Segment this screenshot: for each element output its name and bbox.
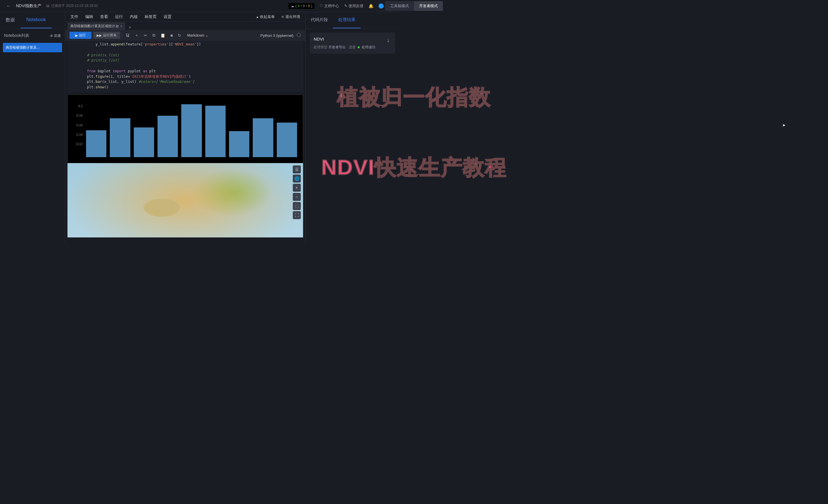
result-type-value: 开发者导出 bbox=[329, 45, 346, 50]
tab-process-result[interactable]: 处理结果 bbox=[333, 12, 361, 28]
result-type-label: 处理类型 bbox=[314, 45, 327, 50]
menu-settings[interactable]: 设置 bbox=[160, 12, 175, 21]
cell-type-select[interactable]: Markdown ⌄ bbox=[185, 33, 211, 37]
feedback-icon: ✎ bbox=[344, 4, 347, 8]
y-tick-label: 0.12 bbox=[77, 142, 83, 146]
chart-bar bbox=[158, 116, 178, 157]
toolbar-divider bbox=[68, 33, 68, 38]
result-card[interactable]: NDVI 处理类型 开发者导出 进度 处理成功 ⤓ bbox=[309, 33, 395, 54]
chart-bar bbox=[205, 106, 225, 157]
paste-icon[interactable]: 📋 bbox=[159, 32, 167, 39]
status-dot-icon bbox=[358, 46, 360, 48]
result-title: NDVI bbox=[314, 37, 385, 41]
close-tab-icon[interactable]: × bbox=[120, 24, 122, 28]
y-tick-label: 0.16 bbox=[77, 124, 83, 127]
menu-view[interactable]: 查看 bbox=[97, 12, 112, 21]
y-tick-label: 0.18 bbox=[77, 114, 83, 117]
run-all-button[interactable]: ▶▶ 运行所有 bbox=[93, 32, 120, 39]
chart-bar bbox=[253, 118, 273, 157]
plus-icon: ⊕ bbox=[50, 34, 53, 38]
globe-icon[interactable] bbox=[378, 3, 384, 9]
result-progress-value: 处理成功 bbox=[362, 45, 375, 50]
download-icon[interactable]: ⤓ bbox=[385, 37, 391, 44]
map-zoom-in-icon[interactable]: ＋ bbox=[293, 184, 301, 192]
kernel-label[interactable]: Python 3 (ipykernel) bbox=[260, 33, 303, 38]
map-fullscreen-icon[interactable]: ⛶ bbox=[293, 211, 301, 219]
bar-chart: 0.120.140.160.180.2 bbox=[68, 95, 303, 163]
menu-run[interactable]: 运行 bbox=[112, 12, 126, 21]
toolbar-divider bbox=[122, 33, 122, 38]
menu-edit[interactable]: 编辑 bbox=[82, 12, 97, 21]
map-zoom-out-icon[interactable]: − bbox=[293, 193, 301, 201]
cloud-icon: ☁ bbox=[291, 4, 294, 8]
collapse-icon: ▴ bbox=[256, 14, 258, 19]
file-tab[interactable]: 典型植被指数计算及区域统计.ip × bbox=[68, 22, 125, 30]
bell-icon[interactable]: 🔔 bbox=[369, 4, 373, 8]
fast-forward-icon: ▶▶ bbox=[97, 34, 102, 37]
code-cell[interactable]: y_list.append(feature['properties']['NDV… bbox=[68, 41, 303, 92]
cut-icon[interactable]: ✂ bbox=[142, 32, 149, 39]
chart-bar bbox=[86, 130, 107, 157]
chart-bar bbox=[181, 104, 202, 157]
stop-icon[interactable]: ■ bbox=[169, 32, 174, 39]
page-title: NDVI指数生产 bbox=[16, 3, 41, 9]
map-globe-icon[interactable]: 🌐 bbox=[293, 175, 301, 183]
notebook-list-label: Notebook列表 bbox=[4, 33, 29, 38]
run-button[interactable]: ▶ 运行 bbox=[70, 32, 91, 39]
exit-icon: ⎋ bbox=[282, 14, 284, 19]
save-icon[interactable]: 🖫 bbox=[124, 32, 131, 39]
chart-bar bbox=[110, 118, 130, 157]
save-icon: 🖫 bbox=[46, 4, 49, 8]
chevron-down-icon: ⌄ bbox=[205, 33, 208, 37]
kernel-status-icon bbox=[297, 33, 301, 37]
add-cell-icon[interactable]: ＋ bbox=[133, 32, 140, 39]
bulb-icon: ♡ bbox=[320, 4, 323, 8]
y-tick-label: 0.2 bbox=[78, 104, 83, 108]
result-progress-label: 进度 bbox=[349, 45, 356, 50]
exit-env-button[interactable]: ⎋ 退出环境 bbox=[282, 14, 300, 19]
add-tab-button[interactable]: + bbox=[125, 25, 135, 30]
save-status: 🖫 已保存于 2023-12-23 16:19:02 bbox=[46, 3, 98, 8]
tab-data[interactable]: 数据 bbox=[0, 12, 20, 28]
notebook-body: y_list.append(feature['properties']['NDV… bbox=[65, 41, 305, 243]
mode-toolbox[interactable]: 工具箱模式 bbox=[385, 1, 399, 11]
menu-kernel[interactable]: 内核 bbox=[126, 12, 141, 21]
notebook-list-item[interactable]: 典型植被指数计算及... bbox=[3, 43, 62, 52]
copy-icon[interactable]: ⧉ bbox=[151, 32, 157, 39]
mode-switcher: 工具箱模式 开发者模式 bbox=[385, 1, 399, 11]
cloud-badge[interactable]: ☁ (4/0/0) bbox=[288, 3, 315, 9]
tab-notebook[interactable]: Notebook bbox=[20, 12, 52, 28]
map-layers-icon[interactable]: ☰ bbox=[293, 166, 301, 174]
feedback-link[interactable]: ✎ 使用反馈 bbox=[344, 3, 363, 9]
menu-tabs[interactable]: 标签页 bbox=[141, 12, 160, 21]
chart-bar bbox=[134, 128, 154, 157]
tab-code-snippet[interactable]: 代码片段 bbox=[306, 12, 333, 28]
chart-y-axis: 0.120.140.160.180.2 bbox=[70, 95, 84, 163]
map-layer bbox=[68, 163, 303, 237]
restart-icon[interactable]: ↻ bbox=[176, 32, 183, 39]
collapse-menu-button[interactable]: ▴ 收起菜单 bbox=[256, 14, 275, 19]
new-notebook-button[interactable]: ⊕ 新建 bbox=[50, 34, 61, 38]
file-tab-label: 典型植被指数计算及区域统计.ip bbox=[70, 24, 119, 29]
map-output[interactable]: ☰ 🌐 ＋ − ⬚ ⛶ bbox=[68, 163, 303, 237]
chart-bar bbox=[229, 131, 249, 157]
doc-center-link[interactable]: ♡ 文档中心 bbox=[320, 3, 339, 9]
y-tick-label: 0.14 bbox=[77, 133, 83, 136]
back-button[interactable]: ← bbox=[3, 2, 14, 10]
play-icon: ▶ bbox=[75, 34, 78, 37]
map-cube-icon[interactable]: ⬚ bbox=[293, 202, 301, 210]
chart-bars bbox=[86, 101, 297, 157]
menu-file[interactable]: 文件 bbox=[67, 12, 82, 21]
chart-bar bbox=[277, 123, 297, 157]
